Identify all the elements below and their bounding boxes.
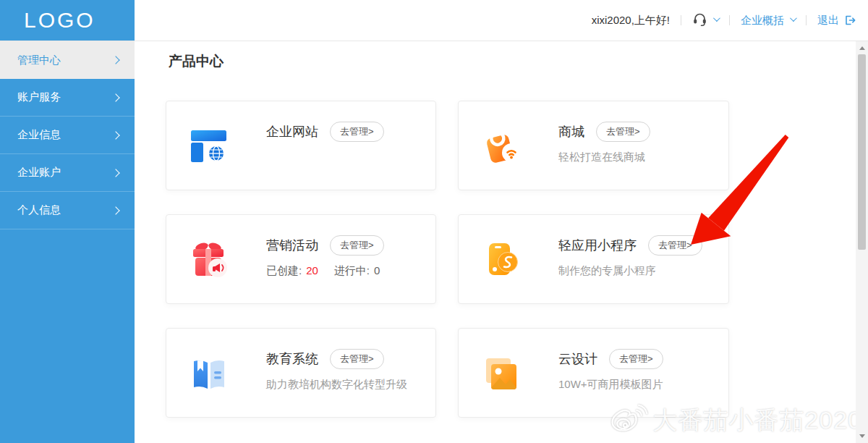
chevron-right-icon — [111, 206, 119, 214]
headset-icon — [692, 12, 707, 29]
user-greeting: xixi2020,上午好! — [592, 14, 670, 28]
chevron-down-icon — [790, 14, 797, 22]
created-value: 20 — [306, 264, 318, 277]
card-title: 企业网站 — [266, 123, 318, 140]
card-education: 教育系统 去管理> 助力教培机构数字化转型升级 — [166, 328, 436, 418]
sidebar-item-account-services[interactable]: 账户服务 — [0, 79, 135, 117]
running-value: 0 — [374, 264, 380, 277]
card-mini-program: 轻应用小程序 去管理> 制作您的专属小程序 — [458, 214, 729, 304]
chevron-right-icon — [111, 56, 119, 64]
sidebar-item-management-center[interactable]: 管理中心 — [0, 41, 135, 79]
running-label: 进行中: — [334, 264, 370, 277]
enterprise-overview-label: 企业概括 — [741, 14, 784, 28]
card-cloud-design: 云设计 去管理> 10W+可商用模板图片 — [458, 328, 729, 418]
card-subtitle: 制作您的专属小程序 — [558, 264, 702, 278]
product-card-grid: 企业网站 去管理> — [166, 101, 729, 418]
chevron-right-icon — [111, 131, 119, 139]
created-label: 已创建: — [266, 264, 302, 277]
logout-button[interactable]: 退出 — [817, 14, 856, 28]
sidebar-item-label: 管理中心 — [17, 54, 61, 67]
sidebar-item-personal-info[interactable]: 个人信息 — [0, 192, 135, 229]
card-text: 云设计 去管理> 10W+可商用模板图片 — [558, 350, 663, 396]
divider — [729, 15, 730, 25]
manage-button[interactable]: 去管理> — [330, 122, 384, 142]
top-bar-right: xixi2020,上午好! 企业概括 退出 — [135, 0, 868, 41]
divider — [681, 15, 681, 25]
top-bar: LOGO xixi2020,上午好! 企业概括 退出 — [0, 0, 868, 41]
sidebar-item-enterprise-info[interactable]: 企业信息 — [0, 117, 135, 154]
logo: LOGO — [0, 0, 135, 41]
design-icon — [480, 352, 522, 394]
vertical-scrollbar[interactable] — [856, 41, 868, 443]
sidebar: 管理中心 账户服务 企业信息 企业账户 个人信息 — [0, 41, 135, 443]
card-title: 轻应用小程序 — [558, 237, 637, 254]
manage-button[interactable]: 去管理> — [609, 349, 663, 369]
scrollbar-thumb[interactable] — [858, 54, 866, 250]
card-text: 轻应用小程序 去管理> 制作您的专属小程序 — [558, 236, 702, 282]
sidebar-item-label: 企业信息 — [17, 128, 61, 142]
card-title: 云设计 — [558, 350, 597, 368]
manage-button[interactable]: 去管理> — [330, 235, 384, 256]
support-menu[interactable] — [692, 12, 718, 29]
card-enterprise-website: 企业网站 去管理> — [166, 101, 436, 190]
card-title: 商城 — [558, 123, 584, 140]
sidebar-item-label: 个人信息 — [17, 203, 61, 217]
logout-label: 退出 — [817, 14, 839, 28]
divider — [806, 15, 807, 25]
logout-icon — [844, 14, 856, 26]
card-text: 企业网站 去管理> — [266, 122, 384, 169]
card-title: 营销活动 — [266, 237, 318, 254]
sidebar-item-label: 账户服务 — [17, 90, 61, 104]
scroll-up-arrow-icon[interactable] — [859, 46, 865, 50]
chevron-right-icon — [111, 169, 119, 177]
card-mall: 商城 去管理> 轻松打造在线商城 — [458, 101, 729, 190]
manage-button[interactable]: 去管理> — [330, 349, 384, 369]
sidebar-item-enterprise-account[interactable]: 企业账户 — [0, 154, 135, 192]
manage-button[interactable]: 去管理> — [648, 235, 702, 256]
sidebar-item-label: 企业账户 — [17, 166, 61, 180]
card-subtitle: 助力教培机构数字化转型升级 — [266, 378, 407, 392]
miniapp-icon — [480, 238, 522, 280]
card-marketing: 营销活动 去管理> 已创建:20进行中:0 — [166, 214, 436, 304]
card-text: 教育系统 去管理> 助力教培机构数字化转型升级 — [266, 350, 407, 396]
card-text: 商城 去管理> 轻松打造在线商城 — [558, 122, 650, 169]
card-title: 教育系统 — [266, 350, 318, 368]
website-icon — [188, 125, 230, 166]
chevron-right-icon — [111, 93, 119, 101]
chevron-down-icon — [713, 14, 720, 22]
scroll-down-arrow-icon[interactable] — [859, 434, 865, 438]
manage-button[interactable]: 去管理> — [596, 122, 650, 142]
card-text: 营销活动 去管理> 已创建:20进行中:0 — [266, 236, 384, 282]
card-subtitle: 10W+可商用模板图片 — [558, 378, 663, 392]
page-title: 产品中心 — [169, 52, 224, 71]
enterprise-overview-menu[interactable]: 企业概括 — [741, 14, 795, 28]
education-icon — [188, 352, 230, 394]
mall-icon — [480, 125, 522, 166]
marketing-icon — [188, 238, 230, 280]
card-stats: 已创建:20进行中:0 — [266, 264, 384, 278]
card-subtitle: 轻松打造在线商城 — [558, 151, 650, 164]
